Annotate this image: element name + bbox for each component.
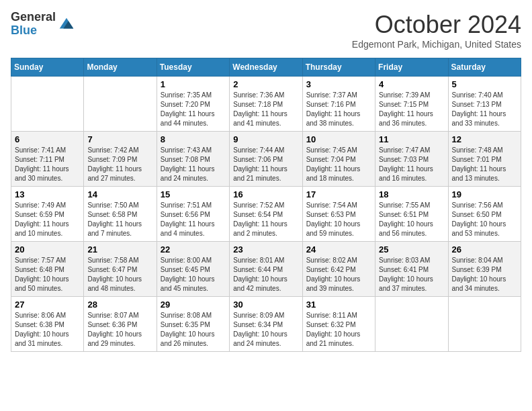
day-info: Sunrise: 8:01 AMSunset: 6:44 PMDaylight:… — [233, 256, 298, 293]
day-number: 30 — [233, 300, 298, 310]
day-info: Sunrise: 8:03 AMSunset: 6:41 PMDaylight:… — [379, 256, 444, 293]
day-info: Sunrise: 8:08 AMSunset: 6:35 PMDaylight:… — [161, 311, 226, 349]
day-number: 1 — [161, 79, 226, 89]
day-number: 20 — [15, 244, 80, 255]
calendar-cell: 28Sunrise: 8:07 AMSunset: 6:36 PMDayligh… — [84, 297, 157, 352]
calendar-cell: 8Sunrise: 7:43 AMSunset: 7:08 PMDaylight… — [157, 132, 229, 187]
calendar-cell: 5Sunrise: 7:40 AMSunset: 7:13 PMDaylight… — [448, 77, 521, 132]
day-info: Sunrise: 7:57 AMSunset: 6:48 PMDaylight:… — [15, 256, 80, 293]
day-info: Sunrise: 7:47 AMSunset: 7:03 PMDaylight:… — [379, 146, 444, 183]
weekday-header-row: SundayMondayTuesdayWednesdayThursdayFrid… — [11, 58, 521, 77]
weekday-header-sunday: Sunday — [11, 58, 84, 77]
day-number: 27 — [15, 300, 80, 310]
calendar-cell: 2Sunrise: 7:36 AMSunset: 7:18 PMDaylight… — [230, 77, 302, 132]
calendar-cell: 11Sunrise: 7:47 AMSunset: 7:03 PMDayligh… — [375, 132, 448, 187]
day-info: Sunrise: 8:09 AMSunset: 6:34 PMDaylight:… — [233, 311, 298, 349]
day-number: 12 — [452, 134, 517, 144]
day-number: 5 — [452, 79, 517, 89]
day-info: Sunrise: 8:07 AMSunset: 6:36 PMDaylight:… — [87, 311, 152, 349]
day-number: 8 — [161, 134, 226, 144]
calendar-cell: 16Sunrise: 7:52 AMSunset: 6:54 PMDayligh… — [230, 187, 302, 242]
day-info: Sunrise: 8:02 AMSunset: 6:42 PMDaylight:… — [306, 256, 371, 293]
day-info: Sunrise: 7:51 AMSunset: 6:56 PMDaylight:… — [161, 201, 226, 238]
day-info: Sunrise: 7:55 AMSunset: 6:51 PMDaylight:… — [379, 201, 444, 238]
calendar-cell: 23Sunrise: 8:01 AMSunset: 6:44 PMDayligh… — [230, 242, 302, 297]
weekday-header-friday: Friday — [375, 58, 448, 77]
page-header: General Blue October 2024 Edgemont Park,… — [11, 11, 521, 50]
calendar-cell: 4Sunrise: 7:39 AMSunset: 7:15 PMDaylight… — [375, 77, 448, 132]
calendar-cell: 13Sunrise: 7:49 AMSunset: 6:59 PMDayligh… — [11, 187, 84, 242]
day-number: 4 — [379, 79, 444, 89]
calendar-week-row: 6Sunrise: 7:41 AMSunset: 7:11 PMDaylight… — [11, 132, 521, 187]
calendar-cell: 3Sunrise: 7:37 AMSunset: 7:16 PMDaylight… — [302, 77, 375, 132]
day-info: Sunrise: 7:42 AMSunset: 7:09 PMDaylight:… — [87, 146, 152, 183]
day-number: 13 — [15, 189, 80, 199]
day-number: 31 — [306, 300, 371, 310]
day-number: 9 — [233, 134, 298, 144]
day-info: Sunrise: 8:04 AMSunset: 6:39 PMDaylight:… — [452, 256, 517, 293]
day-number: 17 — [306, 189, 371, 199]
day-number: 26 — [452, 244, 517, 255]
calendar-cell: 12Sunrise: 7:48 AMSunset: 7:01 PMDayligh… — [448, 132, 521, 187]
calendar-cell: 10Sunrise: 7:45 AMSunset: 7:04 PMDayligh… — [302, 132, 375, 187]
weekday-header-saturday: Saturday — [448, 58, 521, 77]
day-info: Sunrise: 7:50 AMSunset: 6:58 PMDaylight:… — [87, 201, 152, 238]
calendar-week-row: 1Sunrise: 7:35 AMSunset: 7:20 PMDaylight… — [11, 77, 521, 132]
month-title: October 2024 — [352, 11, 521, 39]
calendar-cell — [448, 297, 521, 352]
calendar-cell: 17Sunrise: 7:54 AMSunset: 6:53 PMDayligh… — [302, 187, 375, 242]
title-area: October 2024 Edgemont Park, Michigan, Un… — [352, 11, 521, 50]
day-number: 22 — [161, 244, 226, 255]
calendar-cell: 1Sunrise: 7:35 AMSunset: 7:20 PMDaylight… — [157, 77, 229, 132]
day-info: Sunrise: 7:54 AMSunset: 6:53 PMDaylight:… — [306, 201, 371, 238]
day-number: 25 — [379, 244, 444, 255]
day-info: Sunrise: 7:35 AMSunset: 7:20 PMDaylight:… — [161, 91, 226, 128]
calendar-cell: 31Sunrise: 8:11 AMSunset: 6:32 PMDayligh… — [302, 297, 375, 352]
day-number: 18 — [379, 189, 444, 199]
day-info: Sunrise: 7:52 AMSunset: 6:54 PMDaylight:… — [233, 201, 298, 238]
logo-line1: General — [11, 11, 56, 24]
calendar-cell: 19Sunrise: 7:56 AMSunset: 6:50 PMDayligh… — [448, 187, 521, 242]
calendar-cell: 15Sunrise: 7:51 AMSunset: 6:56 PMDayligh… — [157, 187, 229, 242]
day-info: Sunrise: 7:45 AMSunset: 7:04 PMDaylight:… — [306, 146, 371, 183]
day-info: Sunrise: 7:58 AMSunset: 6:47 PMDaylight:… — [87, 256, 152, 293]
calendar-cell: 27Sunrise: 8:06 AMSunset: 6:38 PMDayligh… — [11, 297, 84, 352]
day-info: Sunrise: 7:37 AMSunset: 7:16 PMDaylight:… — [306, 91, 371, 128]
day-number: 16 — [233, 189, 298, 199]
day-info: Sunrise: 8:11 AMSunset: 6:32 PMDaylight:… — [306, 311, 371, 349]
weekday-header-monday: Monday — [84, 58, 157, 77]
day-info: Sunrise: 7:49 AMSunset: 6:59 PMDaylight:… — [15, 201, 80, 238]
calendar-cell: 25Sunrise: 8:03 AMSunset: 6:41 PMDayligh… — [375, 242, 448, 297]
day-number: 11 — [379, 134, 444, 144]
calendar-cell: 18Sunrise: 7:55 AMSunset: 6:51 PMDayligh… — [375, 187, 448, 242]
day-number: 23 — [233, 244, 298, 255]
day-info: Sunrise: 7:36 AMSunset: 7:18 PMDaylight:… — [233, 91, 298, 128]
day-info: Sunrise: 7:40 AMSunset: 7:13 PMDaylight:… — [452, 91, 517, 128]
weekday-header-wednesday: Wednesday — [230, 58, 302, 77]
day-info: Sunrise: 8:06 AMSunset: 6:38 PMDaylight:… — [15, 311, 80, 349]
calendar-week-row: 20Sunrise: 7:57 AMSunset: 6:48 PMDayligh… — [11, 242, 521, 297]
weekday-header-tuesday: Tuesday — [157, 58, 229, 77]
day-number: 24 — [306, 244, 371, 255]
calendar-week-row: 13Sunrise: 7:49 AMSunset: 6:59 PMDayligh… — [11, 187, 521, 242]
day-number: 2 — [233, 79, 298, 89]
logo-icon — [57, 15, 76, 34]
calendar-cell: 6Sunrise: 7:41 AMSunset: 7:11 PMDaylight… — [11, 132, 84, 187]
calendar-cell: 21Sunrise: 7:58 AMSunset: 6:47 PMDayligh… — [84, 242, 157, 297]
logo-line2: Blue — [11, 24, 56, 38]
day-number: 7 — [87, 134, 152, 144]
calendar-table: SundayMondayTuesdayWednesdayThursdayFrid… — [11, 58, 521, 352]
day-number: 28 — [87, 300, 152, 310]
day-number: 14 — [87, 189, 152, 199]
day-info: Sunrise: 7:41 AMSunset: 7:11 PMDaylight:… — [15, 146, 80, 183]
calendar-week-row: 27Sunrise: 8:06 AMSunset: 6:38 PMDayligh… — [11, 297, 521, 352]
logo-text: General Blue — [11, 11, 56, 38]
day-number: 10 — [306, 134, 371, 144]
day-info: Sunrise: 7:44 AMSunset: 7:06 PMDaylight:… — [233, 146, 298, 183]
calendar-cell: 7Sunrise: 7:42 AMSunset: 7:09 PMDaylight… — [84, 132, 157, 187]
calendar-cell: 30Sunrise: 8:09 AMSunset: 6:34 PMDayligh… — [230, 297, 302, 352]
calendar-cell: 14Sunrise: 7:50 AMSunset: 6:58 PMDayligh… — [84, 187, 157, 242]
day-info: Sunrise: 7:48 AMSunset: 7:01 PMDaylight:… — [452, 146, 517, 183]
day-number: 19 — [452, 189, 517, 199]
day-number: 29 — [161, 300, 226, 310]
